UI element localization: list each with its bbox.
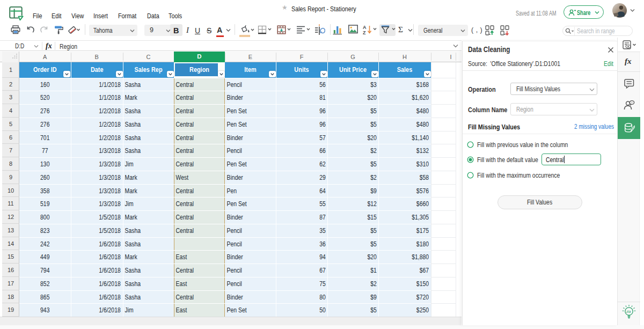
svg-text:Z: Z [363,30,366,35]
svg-text:A: A [363,25,367,30]
svg-text:zia: zia [626,310,631,313]
